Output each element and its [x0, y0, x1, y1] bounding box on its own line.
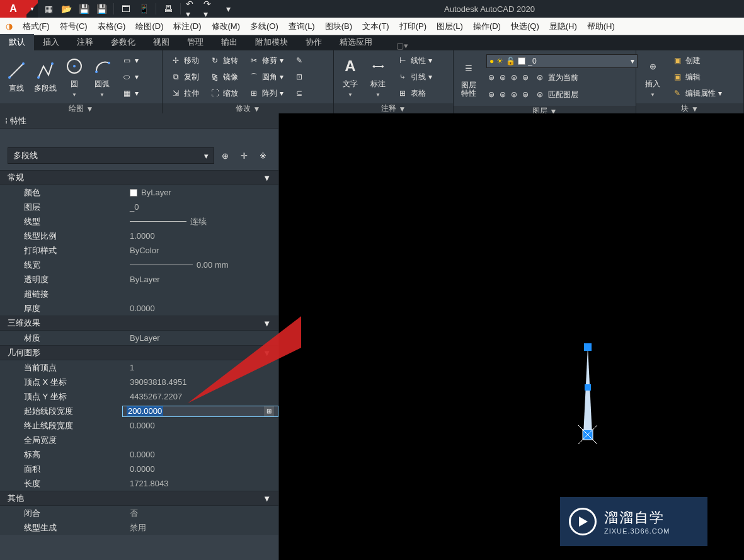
ribbon-tab-parametric[interactable]: 参数化: [102, 34, 144, 50]
copy-button[interactable]: ⧉复制: [168, 69, 202, 84]
prop-value[interactable]: 禁用: [122, 522, 278, 534]
hatch-button[interactable]: ▦▾: [118, 86, 141, 101]
qat-mobile-icon[interactable]: 📱: [137, 2, 151, 16]
prop-group-geometry-header[interactable]: 几何图形▼: [0, 345, 278, 360]
prop-value[interactable]: 200.0000⊞: [122, 406, 278, 417]
prop-group-general-header[interactable]: 常规▼: [0, 170, 278, 185]
menu-table[interactable]: 表格(G): [93, 21, 131, 32]
grip-start[interactable]: [584, 343, 592, 351]
menu-print[interactable]: 打印(P): [394, 21, 432, 32]
prop-value[interactable]: 1: [122, 363, 278, 372]
menu-dimension[interactable]: 标注(D): [168, 21, 206, 32]
layer-match[interactable]: ⊜匹配图层: [532, 87, 581, 102]
table-button[interactable]: ⊞表格: [394, 86, 435, 101]
create-block-button[interactable]: ▣创建: [669, 53, 724, 68]
menu-help[interactable]: 帮助(H): [582, 21, 620, 32]
calculator-icon[interactable]: ⊞: [264, 406, 274, 416]
edit-block-button[interactable]: ▣编辑: [669, 69, 724, 84]
menu-modify[interactable]: 修改(M): [207, 21, 246, 32]
explode-button[interactable]: ⊡: [291, 69, 307, 84]
ribbon-tab-output[interactable]: 输出: [212, 34, 246, 50]
ribbon-tab-default[interactable]: 默认: [0, 34, 34, 50]
menu-layer[interactable]: 图层(L): [432, 21, 468, 32]
prop-value[interactable]: _0: [122, 202, 278, 212]
layer-dropdown[interactable]: ● ☀ 🔓 _0 ▾: [486, 54, 638, 68]
polyline-button[interactable]: 多段线: [33, 59, 58, 95]
menu-qselect[interactable]: 快选(Q): [506, 21, 544, 32]
menu-text[interactable]: 文本(T): [357, 21, 394, 32]
layer-icon-4[interactable]: ⊜: [520, 70, 530, 85]
prop-value[interactable]: 0.00 mm: [122, 260, 278, 270]
ribbon-tab-featured[interactable]: 精选应用: [331, 34, 381, 50]
app-menu-arrow[interactable]: ▼: [26, 0, 38, 18]
layer-properties-button[interactable]: ☰ 图层特性: [457, 57, 480, 99]
insert-block-button[interactable]: ⊕ 插入 ▼: [641, 55, 664, 99]
edit-attr-button[interactable]: ✎编辑属性 ▾: [669, 86, 724, 101]
menu-format[interactable]: 格式(F): [18, 21, 55, 32]
arc-button[interactable]: 圆弧 ▼: [91, 55, 113, 99]
menu-app-icon[interactable]: ◑: [3, 20, 15, 33]
qat-print-icon[interactable]: 🖶: [161, 2, 175, 16]
layer-make-current[interactable]: ⊜置为当前: [532, 70, 581, 85]
stretch-button[interactable]: ⇲拉伸: [168, 86, 202, 101]
dimension-button[interactable]: ⟷ 标注 ▼: [367, 55, 389, 99]
prop-value[interactable]: ByColor: [122, 246, 278, 255]
menu-operate[interactable]: 操作(D): [468, 21, 506, 32]
menu-symbol[interactable]: 符号(C): [55, 21, 93, 32]
qat-saveas-icon[interactable]: 💾: [94, 2, 108, 16]
ribbon-tab-insert[interactable]: 插入: [34, 34, 68, 50]
layer-icon-5[interactable]: ⊜: [486, 87, 496, 102]
panel-title-annotate[interactable]: 注释 ▼: [334, 103, 453, 114]
ribbon-search[interactable]: ▢▾: [396, 41, 408, 50]
qat-undo-icon[interactable]: ↶ ▾: [186, 2, 200, 16]
ribbon-tab-manage[interactable]: 管理: [178, 34, 212, 50]
ribbon-tab-addons[interactable]: 附加模块: [246, 34, 297, 50]
prop-value[interactable]: 4435267.2207: [122, 392, 278, 401]
grip-mid[interactable]: [585, 384, 591, 391]
panel-title-modify[interactable]: 修改 ▼: [163, 103, 333, 114]
menu-draw[interactable]: 绘图(D): [130, 21, 168, 32]
move-button[interactable]: ✢移动: [168, 53, 202, 68]
menu-block[interactable]: 图块(B): [320, 21, 357, 32]
quick-select-icon[interactable]: ✛: [236, 147, 252, 164]
qat-redo-icon[interactable]: ↷ ▾: [203, 2, 217, 16]
layer-icon-2[interactable]: ⊜: [498, 70, 508, 85]
leader-button[interactable]: ⤷引线 ▾: [394, 69, 435, 84]
ribbon-tab-annotate[interactable]: 注释: [68, 34, 102, 50]
qat-more-arrow[interactable]: ▾: [221, 2, 235, 16]
fillet-button[interactable]: ⌒圆角 ▾: [246, 69, 286, 84]
trim-button[interactable]: ✂修剪 ▾: [246, 53, 286, 68]
prop-value[interactable]: 0.0000: [122, 464, 278, 474]
prop-value[interactable]: ByLayer: [122, 275, 278, 284]
prop-group-3d-header[interactable]: 三维效果▼: [0, 316, 278, 331]
prop-value[interactable]: 1.0000: [122, 231, 278, 241]
layer-icon-7[interactable]: ⊜: [509, 87, 519, 102]
rotate-button[interactable]: ↻旋转: [207, 53, 241, 68]
line-button[interactable]: 直线: [5, 59, 28, 95]
prop-value[interactable]: 0.0000: [122, 304, 278, 313]
linear-button[interactable]: ⊢线性 ▾: [394, 53, 435, 68]
app-logo[interactable]: A: [0, 0, 26, 18]
drawing-area[interactable]: 溜溜自学 ZIXUE.3D66.COM: [279, 113, 744, 560]
prop-value[interactable]: 39093818.4951: [122, 377, 278, 387]
circle-button[interactable]: 圆 ▼: [63, 55, 86, 99]
pickadd-icon[interactable]: ※: [255, 147, 271, 164]
offset-button[interactable]: ⊆: [291, 86, 307, 101]
erase-button[interactable]: ✎: [291, 53, 307, 68]
prop-group-other-header[interactable]: 其他▼: [0, 491, 278, 506]
mirror-button[interactable]: ⧎镜像: [207, 69, 241, 84]
scale-button[interactable]: ⛶缩放: [207, 86, 241, 101]
prop-value[interactable]: ByLayer: [122, 188, 278, 197]
layer-icon-6[interactable]: ⊜: [498, 87, 508, 102]
prop-value[interactable]: ByLayer: [122, 333, 278, 343]
prop-value[interactable]: 0.0000: [122, 450, 278, 459]
text-button[interactable]: A 文字 ▼: [339, 55, 362, 99]
layer-icon-1[interactable]: ⊜: [486, 70, 496, 85]
ribbon-tab-view[interactable]: 视图: [144, 34, 178, 50]
array-button[interactable]: ⊞阵列 ▾: [246, 86, 286, 101]
qat-open-icon[interactable]: 📂: [59, 2, 73, 16]
prop-value[interactable]: 0.0000: [122, 421, 278, 430]
ellipse-button[interactable]: ⬭▾: [118, 69, 141, 84]
menu-showhide[interactable]: 显隐(H): [544, 21, 582, 32]
menu-query[interactable]: 查询(L): [283, 21, 320, 32]
